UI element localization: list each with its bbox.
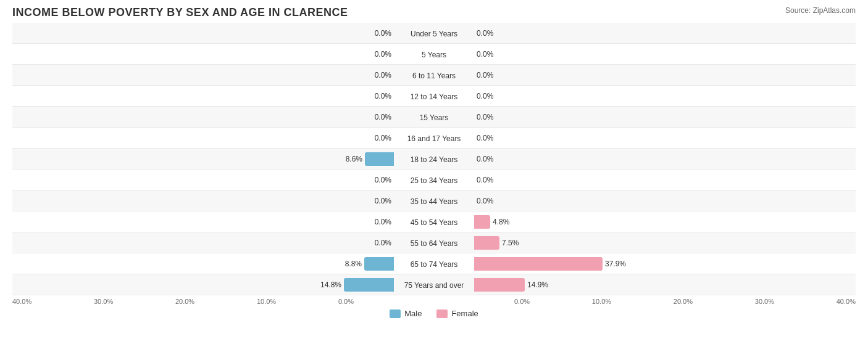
chart-container: INCOME BELOW POVERTY BY SEX AND AGE IN C… bbox=[0, 0, 868, 344]
left-side: 0.0% bbox=[12, 68, 394, 82]
center-label-area: 45 to 54 Years bbox=[394, 216, 474, 227]
right-bar-wrap: 0.0% bbox=[474, 173, 856, 187]
male-value: 0.0% bbox=[372, 29, 394, 38]
right-bar-wrap: 4.8% bbox=[474, 215, 856, 229]
left-bar-wrap: 0.0% bbox=[12, 47, 394, 61]
axis-label: 20.0% bbox=[674, 298, 693, 305]
right-side: 37.9% bbox=[474, 257, 856, 271]
left-bar-wrap: 0.0% bbox=[12, 131, 394, 145]
table-row: 0.0% 16 and 17 Years 0.0% bbox=[12, 128, 856, 149]
left-bar-wrap: 0.0% bbox=[12, 173, 394, 187]
female-value: 14.9% bbox=[525, 281, 548, 289]
male-value: 14.8% bbox=[320, 281, 344, 289]
table-row: 8.8% 65 to 74 Years 37.9% bbox=[12, 253, 856, 274]
center-label-area: 18 to 24 Years bbox=[394, 154, 474, 165]
male-value: 0.0% bbox=[372, 197, 394, 205]
legend-male-label: Male bbox=[404, 309, 422, 318]
right-side: 0.0% bbox=[474, 194, 856, 208]
right-bar-wrap: 37.9% bbox=[474, 257, 856, 271]
left-bar-wrap: 0.0% bbox=[12, 236, 394, 250]
male-value: 0.0% bbox=[372, 71, 394, 80]
legend-female-icon bbox=[436, 309, 448, 318]
left-side: 0.0% bbox=[12, 236, 394, 250]
center-label-area: 75 Years and over bbox=[394, 279, 474, 290]
female-value: 0.0% bbox=[474, 29, 496, 38]
female-bar bbox=[474, 278, 525, 292]
right-side: 0.0% bbox=[474, 68, 856, 82]
table-row: 0.0% 5 Years 0.0% bbox=[12, 44, 856, 65]
female-bar bbox=[474, 236, 499, 250]
axis-label: 20.0% bbox=[175, 298, 194, 305]
female-bar bbox=[474, 215, 490, 229]
table-row: 8.6% 18 to 24 Years 0.0% bbox=[12, 149, 856, 170]
male-bar bbox=[364, 257, 394, 271]
age-label: 45 to 54 Years bbox=[411, 218, 458, 227]
center-label-area: 6 to 11 Years bbox=[394, 70, 474, 81]
female-value: 0.0% bbox=[474, 92, 496, 100]
right-side: 0.0% bbox=[474, 47, 856, 61]
female-bar bbox=[474, 257, 603, 271]
center-label-area: 65 to 74 Years bbox=[394, 258, 474, 269]
source-text: Source: ZipAtlas.com bbox=[785, 6, 856, 15]
male-value: 0.0% bbox=[372, 218, 394, 226]
age-label: 25 to 34 Years bbox=[411, 176, 458, 185]
axis-label: 0.0% bbox=[514, 298, 530, 305]
right-side: 0.0% bbox=[474, 110, 856, 124]
center-label-area: 5 Years bbox=[394, 49, 474, 60]
table-row: 0.0% 12 to 14 Years 0.0% bbox=[12, 86, 856, 107]
legend: Male Female bbox=[12, 309, 856, 318]
age-label: 55 to 64 Years bbox=[411, 239, 458, 248]
right-side: 14.9% bbox=[474, 278, 856, 292]
female-value: 37.9% bbox=[603, 260, 626, 268]
left-side: 0.0% bbox=[12, 215, 394, 229]
axis-label: 30.0% bbox=[755, 298, 774, 305]
male-bar bbox=[365, 152, 394, 166]
left-side: 0.0% bbox=[12, 173, 394, 187]
female-value: 4.8% bbox=[490, 218, 512, 226]
axis-left: 40.0% 30.0% 20.0% 10.0% 0.0% bbox=[12, 298, 394, 305]
axis-label: 10.0% bbox=[257, 298, 276, 305]
chart-title: INCOME BELOW POVERTY BY SEX AND AGE IN C… bbox=[12, 6, 856, 19]
left-bar-wrap: 0.0% bbox=[12, 89, 394, 103]
left-side: 0.0% bbox=[12, 47, 394, 61]
female-value: 7.5% bbox=[499, 239, 522, 247]
left-side: 8.6% bbox=[12, 152, 394, 166]
female-value: 0.0% bbox=[474, 155, 496, 163]
male-value: 8.6% bbox=[343, 155, 365, 163]
right-bar-wrap: 7.5% bbox=[474, 236, 856, 250]
right-bar-wrap: 0.0% bbox=[474, 27, 856, 40]
axis-label: 40.0% bbox=[837, 298, 856, 305]
table-row: 0.0% 15 Years 0.0% bbox=[12, 107, 856, 128]
left-bar-wrap: 0.0% bbox=[12, 215, 394, 229]
female-value: 0.0% bbox=[474, 134, 496, 142]
left-side: 0.0% bbox=[12, 194, 394, 208]
right-bar-wrap: 0.0% bbox=[474, 131, 856, 145]
left-side: 0.0% bbox=[12, 131, 394, 145]
age-label: 5 Years bbox=[422, 51, 446, 59]
left-side: 0.0% bbox=[12, 27, 394, 40]
axis-row: 40.0% 30.0% 20.0% 10.0% 0.0% 0.0% 10.0% … bbox=[12, 298, 856, 305]
left-bar-wrap: 8.8% bbox=[12, 257, 394, 271]
age-label: 15 Years bbox=[420, 113, 449, 122]
table-row: 0.0% 25 to 34 Years 0.0% bbox=[12, 170, 856, 190]
left-bar-wrap: 8.6% bbox=[12, 152, 394, 166]
right-bar-wrap: 0.0% bbox=[474, 110, 856, 124]
male-value: 0.0% bbox=[372, 50, 394, 59]
right-side: 7.5% bbox=[474, 236, 856, 250]
axis-label: 30.0% bbox=[94, 298, 113, 305]
right-side: 4.8% bbox=[474, 215, 856, 229]
right-side: 0.0% bbox=[474, 27, 856, 40]
table-row: 14.8% 75 Years and over 14.9% bbox=[12, 274, 856, 295]
right-side: 0.0% bbox=[474, 89, 856, 103]
female-value: 0.0% bbox=[474, 197, 496, 205]
table-row: 0.0% 45 to 54 Years 4.8% bbox=[12, 211, 856, 232]
legend-male-icon bbox=[390, 309, 401, 318]
male-value: 0.0% bbox=[372, 113, 394, 121]
age-label: 75 Years and over bbox=[404, 281, 464, 290]
female-value: 0.0% bbox=[474, 50, 496, 59]
table-row: 0.0% Under 5 Years 0.0% bbox=[12, 23, 856, 44]
right-bar-wrap: 0.0% bbox=[474, 152, 856, 166]
left-side: 0.0% bbox=[12, 110, 394, 124]
axis-label: 10.0% bbox=[592, 298, 611, 305]
axis-label: 40.0% bbox=[12, 298, 31, 305]
